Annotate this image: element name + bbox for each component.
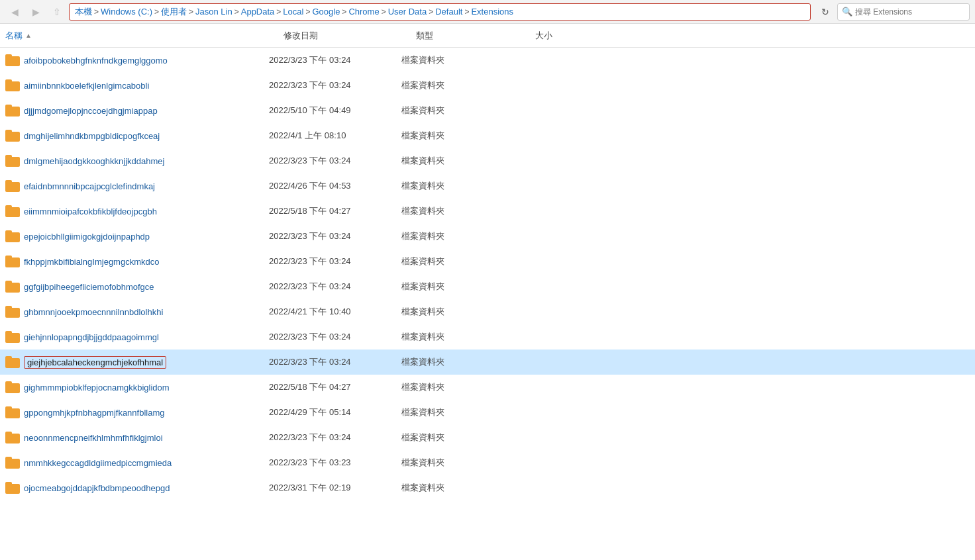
file-type-label: 檔案資料夾 <box>401 54 521 66</box>
file-type-label: 檔案資料夾 <box>401 482 521 494</box>
breadcrumb-item[interactable]: AppData <box>241 7 275 17</box>
file-type-label: 檔案資料夾 <box>401 356 521 368</box>
breadcrumb-item[interactable]: 本機 <box>75 6 92 18</box>
folder-icon <box>5 432 20 443</box>
breadcrumb-item[interactable]: Default <box>435 7 462 17</box>
file-type-label: 檔案資料夾 <box>401 457 521 469</box>
table-row[interactable]: dmghijelimhndkbmpgbldicpogfkceaj2022/4/1… <box>0 123 975 148</box>
table-row[interactable]: aimiinbnnkboelefkjlenlgimcabobli2022/3/2… <box>0 73 975 98</box>
folder-icon <box>5 54 20 66</box>
folder-icon <box>5 281 20 293</box>
col-type-header[interactable]: 類型 <box>416 30 535 42</box>
breadcrumb-separator: > <box>382 7 386 17</box>
file-date-label: 2022/3/31 下午 02:19 <box>269 482 401 494</box>
table-row[interactable]: nmmhkkegccagdldgiimedpiccmgmieda2022/3/2… <box>0 450 975 475</box>
breadcrumb-separator: > <box>154 7 159 17</box>
file-name-label: ojocmeabgojddapjkfbdbmpeoodhepgd <box>24 483 170 493</box>
table-row[interactable]: ggfgijbpiheegefliciemofobhmofgce2022/3/2… <box>0 274 975 299</box>
folder-icon <box>5 381 20 393</box>
file-name-label: giejhjebcalaheckengmchjekofhhmal <box>24 356 166 369</box>
refresh-button[interactable]: ↻ <box>816 3 835 21</box>
file-type-label: 檔案資料夾 <box>401 432 521 443</box>
table-row[interactable]: dmlgmehijaodgkkooghkknjjkddahmej2022/3/2… <box>0 148 975 173</box>
breadcrumb-item[interactable]: Jason Lin <box>195 7 232 17</box>
file-name-label: giehjnnlopapngdjbjjgddpaagoimmgl <box>24 332 159 342</box>
file-name-cell: nmmhkkegccagdldgiimedpiccmgmieda <box>5 457 269 469</box>
col-name-header[interactable]: 名稱 ▲ <box>5 30 283 42</box>
breadcrumb-item[interactable]: Chrome <box>348 7 379 17</box>
table-row[interactable]: gppongmhjkpfnbhagpmjfkannfbllamg2022/4/2… <box>0 400 975 425</box>
col-size-header[interactable]: 大小 <box>535 30 601 42</box>
table-row[interactable]: djjjmdgomejlopjnccoejdhgjmiappap2022/5/1… <box>0 98 975 123</box>
file-name-label: aimiinbnnkboelefkjlenlgimcabobli <box>24 81 149 91</box>
folder-icon <box>5 457 20 469</box>
file-type-label: 檔案資料夾 <box>401 281 521 293</box>
file-name-cell: dmlgmehijaodgkkooghkknjjkddahmej <box>5 155 269 167</box>
table-row[interactable]: neoonnmencpneifkhlmhmfhfiklgjmloi2022/3/… <box>0 425 975 450</box>
breadcrumb-item[interactable]: User Data <box>388 7 427 17</box>
file-name-cell: ggfgijbpiheegefliciemofobhmofgce <box>5 281 269 293</box>
file-name-label: ggfgijbpiheegefliciemofobhmofgce <box>24 282 154 292</box>
folder-icon <box>5 331 20 343</box>
file-name-cell: giejhjebcalaheckengmchjekofhhmal <box>5 356 269 369</box>
column-headers: 名稱 ▲ 修改日期 類型 大小 <box>0 24 975 48</box>
table-row[interactable]: ghbmnnjooekpmoecnnnilnnbdlolhkhi2022/4/2… <box>0 299 975 324</box>
breadcrumb-separator: > <box>305 7 310 17</box>
breadcrumb-item[interactable]: 使用者 <box>161 6 187 18</box>
file-date-label: 2022/3/23 下午 03:24 <box>269 432 401 443</box>
folder-icon <box>5 230 20 242</box>
file-date-label: 2022/5/18 下午 04:27 <box>269 381 401 393</box>
file-date-label: 2022/3/23 下午 03:24 <box>269 356 401 368</box>
file-name-label: nmmhkkegccagdldgiimedpiccmgmieda <box>24 458 172 468</box>
folder-icon <box>5 406 20 418</box>
file-date-label: 2022/3/23 下午 03:24 <box>269 155 401 167</box>
file-type-label: 檔案資料夾 <box>401 79 521 91</box>
breadcrumb-item[interactable]: Windows (C:) <box>101 7 152 17</box>
table-row[interactable]: efaidnbmnnnibpcajpcglclefindmkaj2022/4/2… <box>0 173 975 199</box>
table-row[interactable]: gighmmmpiobklfepjocnamgkkbiglidom2022/5/… <box>0 375 975 400</box>
file-name-label: efaidnbmnnnibpcajpcglclefindmkaj <box>24 181 155 191</box>
breadcrumb-items: 本機 > Windows (C:) > 使用者 > Jason Lin > Ap… <box>75 6 513 18</box>
search-input[interactable] <box>855 7 954 17</box>
file-name-cell: neoonnmencpneifkhlmhmfhfiklgjmloi <box>5 432 269 443</box>
file-name-cell: djjjmdgomejlopjnccoejdhgjmiappap <box>5 105 269 117</box>
file-name-cell: fkhppjmkbifibialngImjegmgckmkdco <box>5 256 269 267</box>
file-name-cell: giehjnnlopapngdjbjjgddpaagoimmgl <box>5 331 269 343</box>
file-name-label: afoibpobokebhgfnknfndkgemglggomo <box>24 56 168 66</box>
table-row[interactable]: giejhjebcalaheckengmchjekofhhmal2022/3/2… <box>0 350 975 375</box>
table-row[interactable]: eiimmnmioipafcokbfikbljfdeojpcgbh2022/5/… <box>0 199 975 224</box>
back-button[interactable]: ◀ <box>5 3 24 21</box>
file-type-label: 檔案資料夾 <box>401 306 521 318</box>
folder-icon <box>5 256 20 267</box>
file-type-label: 檔案資料夾 <box>401 105 521 117</box>
file-date-label: 2022/3/23 下午 03:24 <box>269 230 401 242</box>
table-row[interactable]: ojocmeabgojddapjkfbdbmpeoodhepgd2022/3/3… <box>0 475 975 500</box>
breadcrumb-separator: > <box>342 7 346 17</box>
file-name-cell: gighmmmpiobklfepjocnamgkkbiglidom <box>5 381 269 393</box>
breadcrumb-item[interactable]: Google <box>312 7 340 17</box>
file-name-cell: ghbmnnjooekpmoecnnnilnnbdlolhkhi <box>5 306 269 318</box>
folder-icon <box>5 356 20 368</box>
breadcrumb-separator: > <box>189 7 193 17</box>
file-date-label: 2022/4/29 下午 05:14 <box>269 406 401 418</box>
table-row[interactable]: epejoicbhllgiimigokgjdoijnpaphdp2022/3/2… <box>0 224 975 249</box>
breadcrumb-item[interactable]: Extensions <box>471 7 513 17</box>
table-row[interactable]: giehjnnlopapngdjbjjgddpaagoimmgl2022/3/2… <box>0 324 975 350</box>
file-type-label: 檔案資料夾 <box>401 180 521 192</box>
file-type-label: 檔案資料夾 <box>401 381 521 393</box>
table-row[interactable]: fkhppjmkbifibialngImjegmgckmkdco2022/3/2… <box>0 249 975 274</box>
up-button[interactable]: ⇧ <box>48 3 66 21</box>
file-name-label: neoonnmencpneifkhlmhmfhfiklgjmloi <box>24 433 163 443</box>
col-date-header[interactable]: 修改日期 <box>283 30 416 42</box>
file-date-label: 2022/5/18 下午 04:27 <box>269 205 401 217</box>
file-name-cell: eiimmnmioipafcokbfikbljfdeojpcgbh <box>5 205 269 217</box>
file-name-label: epejoicbhllgiimigokgjdoijnpaphdp <box>24 232 150 242</box>
file-name-cell: dmghijelimhndkbmpgbldicpogfkceaj <box>5 130 269 142</box>
folder-icon <box>5 105 20 117</box>
table-row[interactable]: afoibpobokebhgfnknfndkgemglggomo2022/3/2… <box>0 48 975 73</box>
file-date-label: 2022/4/21 下午 10:40 <box>269 306 401 318</box>
file-date-label: 2022/4/1 上午 08:10 <box>269 130 401 142</box>
breadcrumb-item[interactable]: Local <box>283 7 303 17</box>
file-date-label: 2022/3/23 下午 03:24 <box>269 331 401 343</box>
forward-button[interactable]: ▶ <box>26 3 45 21</box>
